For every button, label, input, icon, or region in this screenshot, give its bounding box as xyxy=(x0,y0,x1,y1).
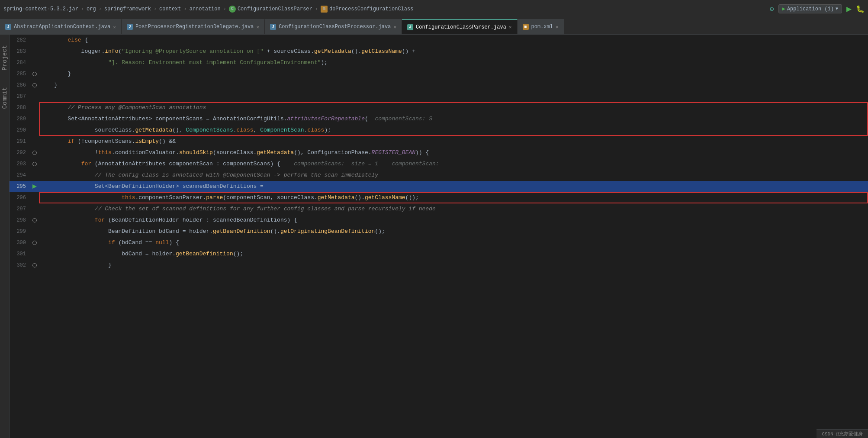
tab-abstract-application-context[interactable]: J AbstractApplicationContext.java ✕ xyxy=(0,19,122,34)
side-project-icon[interactable]: Project xyxy=(1,45,8,71)
line-gutter-282 xyxy=(30,35,39,46)
tab-label-1: AbstractApplicationContext.java xyxy=(14,24,110,30)
line-num-291: 291 xyxy=(10,136,30,147)
line-num-289: 289 xyxy=(10,113,30,125)
line-content-288: // Process any @ComponentScan annotation… xyxy=(39,102,868,113)
bc-sep-6: › xyxy=(315,6,318,12)
line-gutter-296 xyxy=(30,192,39,203)
tab-pom-xml[interactable]: m pom.xml ✕ xyxy=(518,19,564,34)
line-gutter-283 xyxy=(30,46,39,57)
line-content-291: if (!componentScans.isEmpty() && xyxy=(39,136,868,147)
debug-button[interactable]: 🐛 xyxy=(856,5,865,13)
code-line-291: 291 if (!componentScans.isEmpty() && xyxy=(10,136,868,147)
code-line-298: 298 for (BeanDefinitionHolder holder : s… xyxy=(10,215,868,226)
execution-pointer-295 xyxy=(32,184,37,189)
tab-label-5: pom.xml xyxy=(531,24,553,30)
breadcrumb-bar: spring-context-5.3.2.jar › org › springf… xyxy=(0,0,868,18)
line-content-283: logger.info("Ignoring @PropertySource an… xyxy=(39,46,868,57)
bc-method: doProcessConfigurationClass xyxy=(329,6,413,12)
line-content-285: } xyxy=(39,68,868,80)
line-gutter-290 xyxy=(30,125,39,136)
tab-close-1[interactable]: ✕ xyxy=(113,24,116,30)
line-gutter-297 xyxy=(30,203,39,215)
line-gutter-299 xyxy=(30,226,39,237)
line-content-294: // The config class is annotated with @C… xyxy=(39,170,868,181)
code-line-296: 296 this.componentScanParser.parse(compo… xyxy=(10,192,868,203)
bc-annotation: annotation xyxy=(190,6,221,12)
code-line-283: 283 logger.info("Ignoring @PropertySourc… xyxy=(10,46,868,57)
red-box-group-288-290: 288 // Process any @ComponentScan annota… xyxy=(10,102,868,136)
line-content-302: } xyxy=(39,260,868,271)
line-num-283: 283 xyxy=(10,46,30,57)
line-num-287: 287 xyxy=(10,91,30,102)
line-num-301: 301 xyxy=(10,248,30,260)
nav-tools-icon: ⚙ xyxy=(770,5,774,13)
bc-jar: spring-context-5.3.2.jar xyxy=(3,6,78,12)
editor[interactable]: 282 else { 283 logger.info("Ignoring @Pr… xyxy=(10,35,868,438)
code-line-292: 292 !this.conditionEvaluator.shouldSkip(… xyxy=(10,147,868,158)
line-content-301: bdCand = holder.getBeanDefinition(); xyxy=(39,248,868,260)
app-label: Application (1) xyxy=(787,6,834,12)
line-num-290: 290 xyxy=(10,125,30,136)
line-gutter-298 xyxy=(30,215,39,226)
bp-298 xyxy=(32,218,37,222)
run-config-icon: ▶ xyxy=(782,6,785,12)
line-content-290: sourceClass.getMetadata(), ComponentScan… xyxy=(39,125,868,136)
line-num-288: 288 xyxy=(10,102,30,113)
code-line-286: 286 } xyxy=(10,80,868,91)
bc-sep-2: › xyxy=(99,6,102,12)
side-gutter: Project Commit xyxy=(0,35,10,438)
app-selector[interactable]: ▶ Application (1) ▼ xyxy=(778,4,842,13)
line-content-298: for (BeanDefinitionHolder holder : scann… xyxy=(39,215,868,226)
line-content-284: "]. Reason: Environment must implement C… xyxy=(39,57,868,68)
line-gutter-287 xyxy=(30,91,39,102)
bp-285 xyxy=(32,72,37,76)
run-button[interactable]: ▶ xyxy=(846,3,852,14)
bp-300 xyxy=(32,241,37,245)
bc-sep-1: › xyxy=(81,6,84,12)
tab-postprocessor[interactable]: J PostProcessorRegistrationDelegate.java… xyxy=(122,19,265,34)
tab-configuration-class-postprocessor[interactable]: J ConfigurationClassPostProcessor.java ✕ xyxy=(265,19,402,34)
bc-springframework: springframework xyxy=(104,6,151,12)
code-line-299: 299 BeanDefinition bdCand = holder.getBe… xyxy=(10,226,868,237)
bc-sep-5: › xyxy=(223,6,226,12)
code-line-288: 288 // Process any @ComponentScan annota… xyxy=(10,102,868,113)
code-line-297: 297 // Check the set of scanned definiti… xyxy=(10,203,868,215)
line-num-297: 297 xyxy=(10,203,30,215)
line-content-292: !this.conditionEvaluator.shouldSkip(sour… xyxy=(39,147,868,158)
side-commit-icon[interactable]: Commit xyxy=(1,87,8,109)
tab-label-3: ConfigurationClassPostProcessor.java xyxy=(279,24,391,30)
code-line-289: 289 Set<AnnotationAttributes> componentS… xyxy=(10,113,868,125)
bc-class: ConfigurationClassParser xyxy=(238,6,312,12)
line-num-296: 296 xyxy=(10,192,30,203)
line-content-299: BeanDefinition bdCand = holder.getBeanDe… xyxy=(39,226,868,237)
line-content-282: else { xyxy=(39,35,868,46)
tab-close-4[interactable]: ✕ xyxy=(509,24,512,30)
line-gutter-292 xyxy=(30,147,39,158)
bc-sep-3: › xyxy=(154,6,157,12)
line-num-300: 300 xyxy=(10,237,30,248)
dropdown-icon: ▼ xyxy=(836,6,838,11)
code-line-287: 287 xyxy=(10,91,868,102)
line-content-287 xyxy=(39,91,868,102)
line-num-286: 286 xyxy=(10,80,30,91)
line-content-293: for (AnnotationAttributes componentScan … xyxy=(39,158,868,170)
tab-icon-j4: J xyxy=(407,24,413,30)
tab-configuration-class-parser[interactable]: J ConfigurationClassParser.java ✕ xyxy=(402,19,517,34)
class-icon: C xyxy=(229,6,236,13)
tab-close-5[interactable]: ✕ xyxy=(556,24,559,30)
line-gutter-285 xyxy=(30,68,39,80)
bp-292 xyxy=(32,151,37,155)
bc-sep-4: › xyxy=(184,6,187,12)
line-num-284: 284 xyxy=(10,57,30,68)
tab-close-2[interactable]: ✕ xyxy=(257,24,260,30)
code-line-294: 294 // The config class is annotated wit… xyxy=(10,170,868,181)
line-num-285: 285 xyxy=(10,68,30,80)
tab-close-3[interactable]: ✕ xyxy=(393,24,396,30)
line-content-286: } xyxy=(39,80,868,91)
line-gutter-301 xyxy=(30,248,39,260)
line-num-298: 298 xyxy=(10,215,30,226)
line-num-302: 302 xyxy=(10,260,30,271)
red-box-group-296: 296 this.componentScanParser.parse(compo… xyxy=(10,192,868,203)
code-line-302: 302 } xyxy=(10,260,868,271)
